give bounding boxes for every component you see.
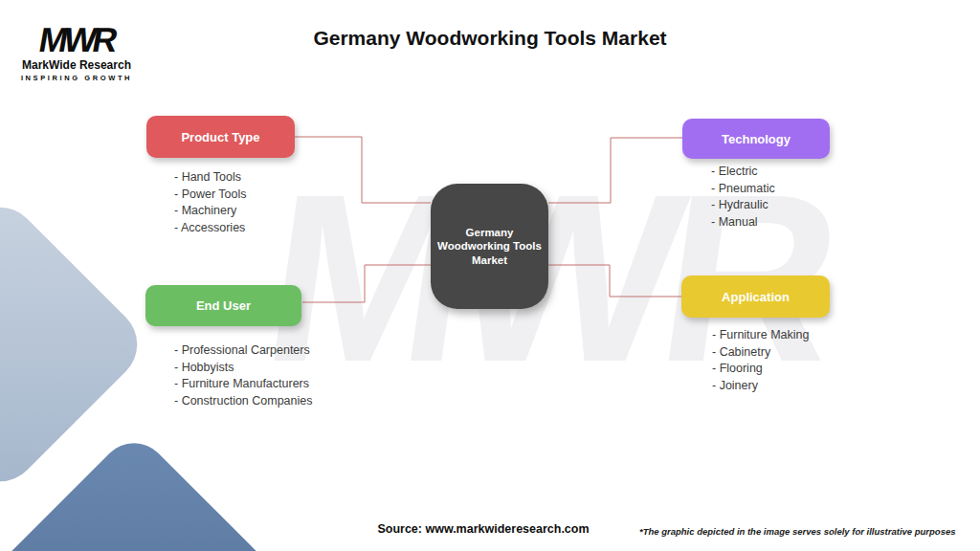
node-end-user-label: End User [196,298,251,313]
center-node-line: Woodworking Tools [437,239,542,253]
logo-tagline: INSPIRING GROWTH [19,74,134,82]
node-end-user-items: - Professional Carpenters - Hobbyists - … [174,342,313,409]
node-technology: Technology [682,119,830,159]
list-item: - Joinery [712,378,809,395]
list-item: - Machinery [174,203,247,220]
list-item: - Hand Tools [174,169,247,187]
list-item: - Electric [711,164,775,181]
list-item: - Power Tools [174,187,247,204]
list-item: - Pneumatic [711,181,775,198]
list-item: - Hobbyists [174,360,313,377]
list-item: - Hydraulic [711,197,775,214]
node-product-type-items: - Hand Tools - Power Tools - Machinery -… [174,169,247,236]
list-item: - Manual [711,214,775,231]
disclaimer-text: *The graphic depicted in the image serve… [639,526,974,537]
page-title: Germany Woodworking Tools Market [0,27,980,50]
node-technology-items: - Electric - Pneumatic - Hydraulic - Man… [711,164,775,231]
list-item: - Cabinetry [712,344,809,362]
list-item: - Accessories [174,220,247,237]
node-application-label: Application [722,290,790,304]
list-item: - Professional Carpenters [174,342,313,360]
list-item: - Flooring [712,361,809,378]
node-application-items: - Furniture Making - Cabinetry - Floorin… [712,327,809,394]
node-application: Application [681,276,830,318]
node-end-user: End User [145,285,301,326]
source-text: Source: www.markwideresearch.com [345,522,622,536]
list-item: - Furniture Making [712,327,809,344]
list-item: - Construction Companies [174,393,313,410]
node-product-type-label: Product Type [181,130,259,144]
node-product-type: Product Type [146,116,295,158]
center-node-line: Market [472,253,507,268]
node-technology-label: Technology [722,132,791,146]
logo-name: MarkWide Research [19,58,134,72]
infographic-canvas: MWR MWR MarkWide Research INSPIRING GROW… [0,0,980,551]
center-node-line: Germany [466,226,514,240]
list-item: - Furniture Manufacturers [174,376,313,393]
center-node: Germany Woodworking Tools Market [431,184,548,309]
